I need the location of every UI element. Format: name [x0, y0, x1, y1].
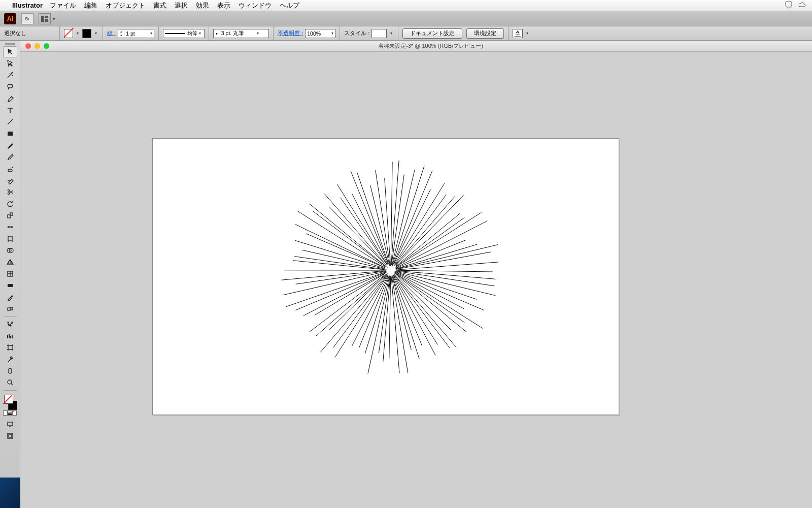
- window-close-button[interactable]: [25, 43, 31, 49]
- svg-line-82: [385, 178, 391, 266]
- menu-object[interactable]: オブジェクト: [106, 1, 145, 10]
- fill-dropdown-icon[interactable]: ▾: [75, 31, 80, 36]
- desktop-peek: [0, 478, 20, 508]
- svg-line-42: [391, 277, 399, 373]
- arrange-documents-button[interactable]: [39, 13, 51, 24]
- svg-line-30: [395, 273, 483, 328]
- direct-selection-tool[interactable]: [3, 58, 17, 69]
- lasso-tool[interactable]: [3, 81, 17, 92]
- document-window: 名称未設定-3* @ 100% (RGB/プレビュー): [20, 41, 812, 508]
- artboard[interactable]: [152, 138, 619, 415]
- line-tool[interactable]: [3, 116, 17, 128]
- document-setup-button[interactable]: ドキュメント設定: [402, 28, 462, 39]
- eraser-tool[interactable]: [3, 175, 17, 186]
- stroke-panel-link[interactable]: 線 :: [107, 29, 116, 37]
- svg-line-96: [395, 212, 482, 267]
- magic-wand-tool[interactable]: [3, 70, 17, 81]
- stroke-weight-value[interactable]: [124, 30, 149, 37]
- blob-brush-tool[interactable]: [3, 163, 17, 174]
- opacity-input[interactable]: ▾: [305, 29, 335, 38]
- brush-value[interactable]: [220, 30, 255, 37]
- pen-tool[interactable]: [3, 93, 17, 104]
- svg-line-74: [325, 194, 387, 265]
- type-tool[interactable]: [3, 105, 17, 116]
- draw-mode-strip[interactable]: [3, 410, 17, 416]
- screen-mode-button[interactable]: [3, 419, 17, 430]
- stroke-profile-select[interactable]: 均等▾: [163, 29, 205, 38]
- brush-select[interactable]: • ▾: [213, 29, 269, 38]
- svg-rect-8: [8, 237, 12, 241]
- menu-edit[interactable]: 編集: [84, 1, 97, 10]
- hand-tool[interactable]: [3, 365, 17, 376]
- gradient-tool[interactable]: [3, 280, 17, 291]
- window-minimize-button[interactable]: [35, 43, 40, 49]
- pencil-tool[interactable]: [3, 151, 17, 163]
- svg-point-19: [8, 380, 12, 384]
- rotate-tool[interactable]: [3, 198, 17, 209]
- menu-window[interactable]: ウィンドウ: [239, 1, 272, 10]
- stroke-dropdown-icon[interactable]: ▾: [93, 31, 98, 36]
- menu-effect[interactable]: 効果: [196, 1, 209, 10]
- opacity-panel-link[interactable]: 不透明度 :: [278, 29, 303, 37]
- svg-line-88: [393, 171, 432, 266]
- cloud-icon[interactable]: [798, 1, 806, 10]
- svg-rect-12: [8, 284, 13, 287]
- svg-line-64: [293, 261, 387, 270]
- stroke-swatch[interactable]: [82, 29, 91, 38]
- window-zoom-button[interactable]: [44, 43, 49, 49]
- mesh-tool[interactable]: [3, 268, 17, 279]
- opacity-value[interactable]: [306, 30, 330, 37]
- menubar-app-name[interactable]: Illustrator: [12, 2, 43, 9]
- svg-line-54: [316, 274, 387, 336]
- ai-home-icon[interactable]: Ai: [4, 13, 16, 24]
- svg-line-77: [352, 194, 388, 265]
- paintbrush-tool[interactable]: [3, 140, 17, 151]
- canvas[interactable]: [20, 52, 812, 508]
- workspace: 名称未設定-3* @ 100% (RGB/プレビュー): [0, 41, 812, 508]
- artwork-starburst: [153, 139, 619, 415]
- svg-line-57: [303, 273, 387, 316]
- style-label: スタイル :: [344, 29, 369, 37]
- perspective-grid-tool[interactable]: [3, 257, 17, 268]
- scale-tool[interactable]: [3, 210, 17, 221]
- control-bar: 選択なし ▾ ▾ 線 : ▴▾ ▾ 均等▾ • ▾ 不透明度 : ▾ スタイル …: [0, 26, 812, 41]
- menu-select[interactable]: 選択: [175, 1, 188, 10]
- menu-file[interactable]: ファイル: [50, 1, 76, 10]
- menu-help[interactable]: ヘルプ: [280, 1, 299, 10]
- zoom-tool[interactable]: [3, 377, 17, 388]
- menu-format[interactable]: 書式: [153, 1, 166, 10]
- fill-swatch[interactable]: [64, 29, 73, 38]
- change-screen-button[interactable]: [3, 430, 17, 441]
- panel-grip[interactable]: [0, 42, 20, 46]
- fill-stroke-swatch[interactable]: [3, 395, 17, 410]
- svg-line-39: [393, 276, 419, 359]
- rectangle-tool[interactable]: [3, 128, 17, 139]
- svg-line-68: [306, 234, 385, 268]
- width-tool[interactable]: [3, 221, 17, 233]
- stroke-weight-input[interactable]: ▴▾ ▾: [118, 29, 154, 38]
- tools-panel: [0, 41, 20, 508]
- svg-line-51: [333, 275, 388, 347]
- selection-status: 選択なし: [4, 29, 26, 37]
- app-bar: Ai Br ▾: [0, 11, 812, 26]
- symbol-sprayer-tool[interactable]: [3, 319, 17, 330]
- selection-tool[interactable]: [3, 46, 17, 57]
- column-graph-tool[interactable]: [3, 330, 17, 341]
- eyedropper-tool[interactable]: [3, 292, 17, 303]
- graphic-style-select[interactable]: [371, 29, 387, 38]
- blend-tool[interactable]: [3, 303, 17, 314]
- arrange-dropdown-icon[interactable]: ▾: [53, 16, 55, 21]
- free-transform-tool[interactable]: [3, 233, 17, 244]
- svg-line-102: [398, 262, 499, 270]
- shield-icon[interactable]: [785, 1, 793, 10]
- preferences-button[interactable]: 環境設定: [466, 28, 504, 39]
- svg-rect-0: [41, 16, 44, 22]
- slice-tool[interactable]: [3, 354, 17, 365]
- bridge-icon[interactable]: Br: [21, 13, 33, 24]
- artboard-tool[interactable]: [3, 342, 17, 353]
- svg-rect-18: [8, 345, 12, 350]
- shape-builder-tool[interactable]: [3, 245, 17, 256]
- menu-view[interactable]: 表示: [217, 1, 230, 10]
- align-to-button[interactable]: [513, 29, 523, 38]
- scissors-tool[interactable]: [3, 186, 17, 198]
